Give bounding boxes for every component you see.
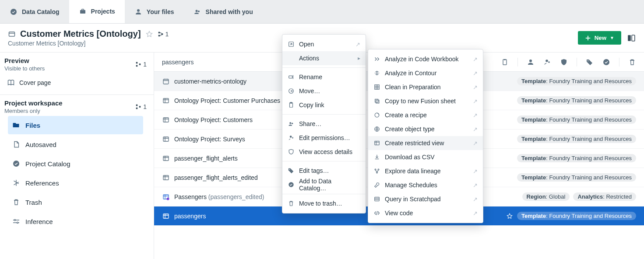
submenu-lineage[interactable]: Explore data lineage↗	[368, 164, 483, 178]
menu-share[interactable]: Share…	[282, 117, 366, 131]
dataset-derived-icon	[162, 193, 170, 201]
menu-rename[interactable]: Rename	[282, 70, 366, 84]
template-badge[interactable]: Template: Foundry Training and Resources	[517, 212, 636, 220]
menu-edit-permissions[interactable]: Edit permissions…	[282, 131, 366, 145]
svg-point-23	[529, 60, 532, 62]
submenu-restricted-view[interactable]: Create restricted view↗	[368, 136, 483, 150]
svg-rect-55	[375, 197, 380, 201]
svg-rect-15	[136, 105, 138, 106]
menu-move[interactable]: Move…	[282, 84, 366, 98]
svg-point-41	[289, 122, 291, 124]
lineage-icon	[373, 168, 380, 175]
menu-add-catalog[interactable]: Add to Data Catalog…	[282, 178, 366, 192]
sidebar-item-inference[interactable]: Inference	[8, 212, 143, 231]
sidebar-item-trash[interactable]: Trash	[8, 193, 143, 211]
menu-view-access[interactable]: View access details	[282, 145, 366, 159]
sidebar-item-autosaved[interactable]: Autosaved	[8, 135, 143, 154]
star-outline-icon[interactable]	[507, 213, 513, 219]
svg-point-25	[588, 60, 588, 61]
submenu-code-workbook[interactable]: Analyze in Code Workbook↗	[368, 52, 483, 66]
check-badge-icon	[12, 160, 20, 168]
menu-actions[interactable]: Actions ▸	[282, 51, 366, 65]
rename-icon	[288, 74, 295, 80]
person-plus-icon[interactable]	[543, 58, 551, 66]
tab-label: Shared with you	[206, 8, 253, 15]
submenu-view-code[interactable]: View code↗	[368, 206, 483, 220]
menu-edit-tags[interactable]: Edit tags…	[282, 164, 366, 178]
menu-copy-link[interactable]: Copy link	[282, 98, 366, 112]
open-icon	[288, 41, 295, 48]
svg-rect-29	[163, 118, 169, 122]
tag-icon[interactable]	[586, 58, 594, 66]
new-button-label: New	[595, 35, 606, 41]
submenu-scratchpad[interactable]: Query in Scratchpad↗	[368, 192, 483, 206]
new-button[interactable]: New ▼	[578, 31, 621, 45]
tag-icon	[288, 167, 295, 174]
template-badge[interactable]: Template: Foundry Training and Resources	[517, 77, 636, 85]
submenu-schedules[interactable]: Manage Schedules↗	[368, 178, 483, 192]
column-iconbar	[501, 58, 636, 66]
svg-rect-9	[161, 33, 163, 35]
submenu-fusion[interactable]: Copy to new Fusion sheet↗	[368, 94, 483, 108]
template-badge[interactable]: Template: Foundry Training and Resources	[517, 116, 636, 124]
check-badge-icon	[288, 181, 295, 188]
sidebar-item-label: Autosaved	[25, 141, 56, 148]
panel-toggle-icon[interactable]	[627, 34, 635, 42]
person-icon[interactable]	[527, 58, 535, 66]
svg-point-44	[289, 169, 290, 170]
svg-rect-16	[136, 108, 138, 109]
tab-shared-with-you[interactable]: Shared with you	[184, 0, 263, 23]
submenu-object-type[interactable]: Create object type↗	[368, 122, 483, 136]
breadcrumb[interactable]: Customer Metrics [Ontology]	[8, 40, 169, 47]
sidebar-item-project-catalog[interactable]: Project Catalog	[8, 154, 143, 173]
shield-icon	[288, 148, 295, 155]
tab-your-files[interactable]: Your files	[125, 0, 184, 23]
download-icon	[373, 154, 380, 161]
svg-rect-7	[158, 32, 160, 33]
tab-projects[interactable]: Projects	[69, 0, 125, 23]
template-badge[interactable]: Template: Foundry Training and Resources	[517, 96, 636, 105]
submenu-recipe[interactable]: Create a recipe↗	[368, 108, 483, 122]
template-badge[interactable]: Template: Foundry Training and Resources	[517, 135, 636, 143]
forks-count: 1	[165, 31, 169, 38]
preview-chip[interactable]: 1	[135, 61, 147, 68]
svg-rect-11	[632, 35, 635, 41]
star-outline-icon[interactable]	[145, 30, 153, 38]
clipboard-icon[interactable]	[501, 58, 509, 66]
check-badge-icon[interactable]	[602, 58, 610, 66]
forks-chip[interactable]: 1	[158, 31, 169, 38]
shield-icon[interactable]	[560, 58, 568, 66]
recipe-icon	[373, 112, 380, 119]
dataset-icon	[162, 116, 170, 124]
svg-point-53	[378, 169, 379, 170]
sidebar-item-cover-page[interactable]: Cover page	[4, 75, 147, 90]
tab-data-catalog[interactable]: Data Catalog	[0, 0, 69, 23]
book-open-icon	[7, 79, 15, 87]
preview-heading: Preview	[4, 57, 45, 64]
analytics-badge[interactable]: Analytics: Restricted	[573, 192, 636, 201]
svg-point-4	[195, 10, 197, 12]
sidebar-item-files[interactable]: Files	[8, 116, 143, 134]
trash-icon[interactable]	[628, 58, 636, 66]
sidebar-item-label: Inference	[25, 218, 53, 225]
svg-rect-46	[375, 85, 380, 90]
svg-rect-17	[139, 106, 141, 108]
svg-rect-14	[139, 63, 141, 65]
sidebar-item-references[interactable]: References	[8, 174, 143, 192]
region-badge[interactable]: Region: Global	[522, 192, 570, 201]
workspace-chip[interactable]: 1	[135, 103, 147, 110]
template-badge[interactable]: Template: Foundry Training and Resources	[517, 173, 636, 182]
menu-open[interactable]: Open ↗	[282, 37, 366, 51]
submenu-preparation[interactable]: Clean in Preparation↗	[368, 80, 483, 94]
sidebar-item-label: Trash	[25, 199, 42, 206]
svg-rect-40	[290, 102, 292, 103]
globe-icon	[373, 126, 380, 133]
sidebar-item-label: Cover page	[19, 79, 51, 86]
menu-move-trash[interactable]: Move to trash…	[282, 196, 366, 210]
submenu-contour[interactable]: Analyze in Contour↗	[368, 66, 483, 80]
workspace-sub: Members only	[4, 108, 63, 114]
submenu-download-csv[interactable]: Download as CSV	[368, 150, 483, 164]
template-badge[interactable]: Template: Foundry Training and Resources	[517, 154, 636, 162]
svg-rect-10	[628, 35, 631, 41]
svg-point-24	[545, 60, 548, 62]
